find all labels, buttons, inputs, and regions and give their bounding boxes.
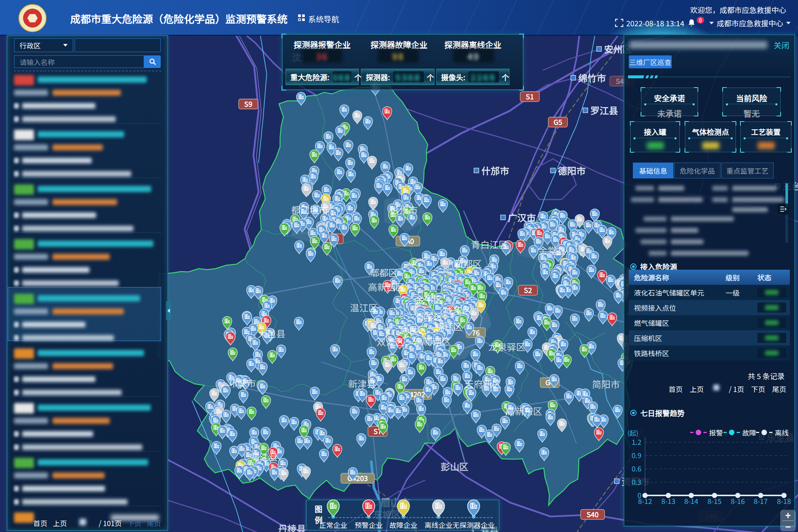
svg-text:8-16: 8-16: [731, 496, 745, 504]
svg-text:8-12: 8-12: [638, 496, 652, 504]
svg-text:简阳市: 简阳市: [592, 377, 620, 391]
svg-text:新都区: 新都区: [454, 257, 482, 270]
svg-text:温江区: 温江区: [350, 301, 378, 314]
svg-text:蒲江县: 蒲江县: [250, 450, 278, 463]
svg-text:金堂县: 金堂县: [538, 243, 566, 257]
svg-text:天府新区: 天府新区: [464, 377, 501, 390]
svg-text:锦江区: 锦江区: [435, 320, 463, 333]
svg-text:双流区: 双流区: [376, 335, 404, 348]
svg-text:G5: G5: [553, 117, 562, 127]
svg-text:罗江县: 罗江县: [590, 103, 618, 117]
svg-text:8-15: 8-15: [707, 496, 722, 504]
svg-text:S40: S40: [587, 509, 598, 519]
svg-text:丹棱县: 丹棱县: [278, 522, 306, 532]
svg-text:0.9: 0.9: [632, 450, 641, 460]
svg-text:成华区: 成华区: [444, 303, 471, 317]
svg-text:高新南区: 高新南区: [414, 334, 451, 348]
svg-text:S2: S2: [524, 285, 532, 295]
svg-text:0.3: 0.3: [632, 477, 641, 487]
svg-text:彭州市: 彭州市: [390, 203, 417, 216]
svg-text:0.6: 0.6: [632, 463, 641, 473]
svg-text:什邡市: 什邡市: [481, 164, 509, 177]
svg-text:绵竹市: 绵竹市: [578, 71, 606, 84]
svg-text:8-18: 8-18: [777, 496, 791, 504]
svg-text:8-13: 8-13: [661, 496, 675, 504]
svg-text:彭山区: 彭山区: [441, 460, 468, 473]
svg-text:高新东区: 高新东区: [505, 404, 542, 417]
svg-text:邛崃市: 邛崃市: [228, 376, 256, 389]
svg-text:8-14: 8-14: [684, 496, 698, 504]
svg-text:都江堰市: 都江堰市: [291, 203, 328, 216]
svg-text:金牛区: 金牛区: [415, 293, 443, 306]
svg-text:德阳市: 德阳市: [557, 164, 586, 177]
svg-text:S9: S9: [244, 99, 252, 109]
svg-text:大邑县: 大邑县: [258, 327, 285, 340]
svg-text:青白江区: 青白江区: [471, 238, 508, 251]
svg-text:广汉市: 广汉市: [508, 211, 536, 224]
svg-text:高新西区: 高新西区: [368, 280, 405, 293]
svg-text:龙泉驿区: 龙泉驿区: [488, 340, 525, 353]
svg-text:8-17: 8-17: [754, 496, 768, 504]
svg-text:郫都区: 郫都区: [370, 266, 398, 279]
svg-text:1.2: 1.2: [632, 437, 641, 447]
svg-text:新津县: 新津县: [348, 377, 376, 390]
svg-text:S1: S1: [526, 91, 534, 101]
